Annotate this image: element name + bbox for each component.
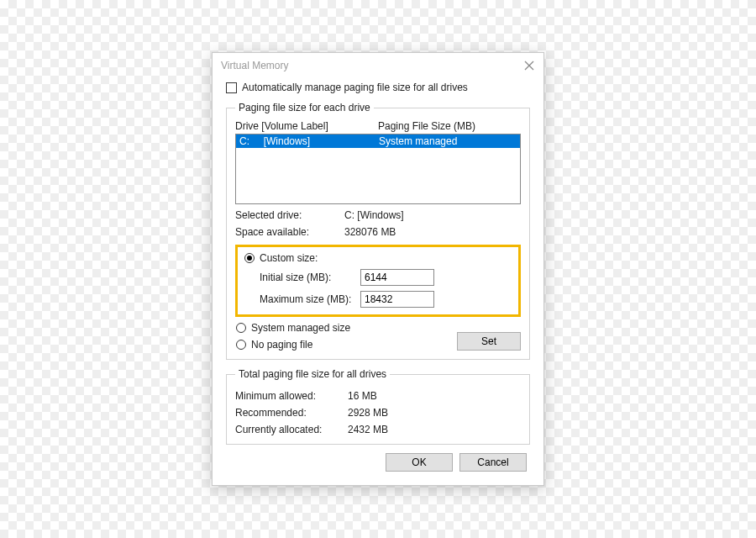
selected-drive-row: Selected drive: C: [Windows] bbox=[235, 209, 521, 221]
auto-manage-checkbox[interactable] bbox=[226, 82, 237, 93]
maximum-size-label: Maximum size (MB): bbox=[260, 293, 360, 305]
drive-cell-size: System managed bbox=[379, 135, 457, 147]
ok-button[interactable]: OK bbox=[386, 453, 453, 472]
space-available-row: Space available: 328076 MB bbox=[235, 226, 521, 238]
initial-size-row: Initial size (MB): bbox=[244, 269, 512, 286]
rec-label: Recommended: bbox=[235, 407, 348, 419]
custom-size-option[interactable]: Custom size: bbox=[244, 252, 512, 264]
paging-groupbox: Paging file size for each drive Drive [V… bbox=[226, 102, 530, 360]
min-value: 16 MB bbox=[348, 390, 377, 402]
min-label: Minimum allowed: bbox=[235, 390, 348, 402]
totals-legend: Total paging file size for all drives bbox=[235, 368, 390, 380]
selected-drive-value: C: [Windows] bbox=[344, 209, 404, 221]
close-icon[interactable] bbox=[523, 60, 535, 71]
dialog-content: Automatically manage paging file size fo… bbox=[213, 76, 543, 485]
maximum-size-row: Maximum size (MB): bbox=[244, 291, 512, 308]
header-drive: Drive [Volume Label] bbox=[235, 120, 378, 132]
rec-value: 2928 MB bbox=[348, 407, 388, 419]
drive-list-header: Drive [Volume Label] Paging File Size (M… bbox=[235, 120, 521, 132]
virtual-memory-dialog: Virtual Memory Automatically manage pagi… bbox=[212, 52, 544, 486]
cur-row: Currently allocated: 2432 MB bbox=[235, 424, 521, 435]
totals-groupbox: Total paging file size for all drives Mi… bbox=[226, 368, 530, 445]
drive-row-selected[interactable]: C: [Windows] System managed bbox=[236, 134, 520, 148]
cur-label: Currently allocated: bbox=[235, 424, 348, 435]
custom-size-label: Custom size: bbox=[260, 252, 318, 264]
auto-manage-label: Automatically manage paging file size fo… bbox=[242, 82, 468, 93]
system-managed-label: System managed size bbox=[251, 322, 350, 334]
auto-manage-row[interactable]: Automatically manage paging file size fo… bbox=[226, 82, 530, 93]
cur-value: 2432 MB bbox=[348, 424, 388, 435]
drive-list[interactable]: C: [Windows] System managed bbox=[235, 134, 521, 204]
dialog-footer: OK Cancel bbox=[226, 445, 530, 473]
no-paging-label: No paging file bbox=[251, 339, 312, 351]
space-value: 328076 MB bbox=[344, 226, 396, 238]
header-size: Paging File Size (MB) bbox=[378, 120, 475, 132]
rec-row: Recommended: 2928 MB bbox=[235, 407, 521, 419]
cancel-button[interactable]: Cancel bbox=[459, 453, 527, 472]
min-row: Minimum allowed: 16 MB bbox=[235, 390, 521, 402]
selected-drive-label: Selected drive: bbox=[235, 209, 344, 221]
custom-size-radio[interactable] bbox=[244, 253, 255, 263]
no-paging-radio[interactable] bbox=[236, 340, 246, 350]
space-label: Space available: bbox=[235, 226, 344, 238]
titlebar: Virtual Memory bbox=[213, 53, 543, 76]
window-title: Virtual Memory bbox=[221, 60, 288, 71]
system-managed-radio[interactable] bbox=[236, 323, 246, 333]
initial-size-label: Initial size (MB): bbox=[260, 272, 360, 283]
initial-size-input[interactable] bbox=[360, 269, 434, 286]
custom-size-highlight: Custom size: Initial size (MB): Maximum … bbox=[235, 245, 521, 317]
maximum-size-input[interactable] bbox=[360, 291, 434, 308]
drive-cell-name: C: [Windows] bbox=[239, 135, 379, 147]
set-button[interactable]: Set bbox=[457, 332, 521, 351]
paging-legend: Paging file size for each drive bbox=[235, 102, 374, 113]
